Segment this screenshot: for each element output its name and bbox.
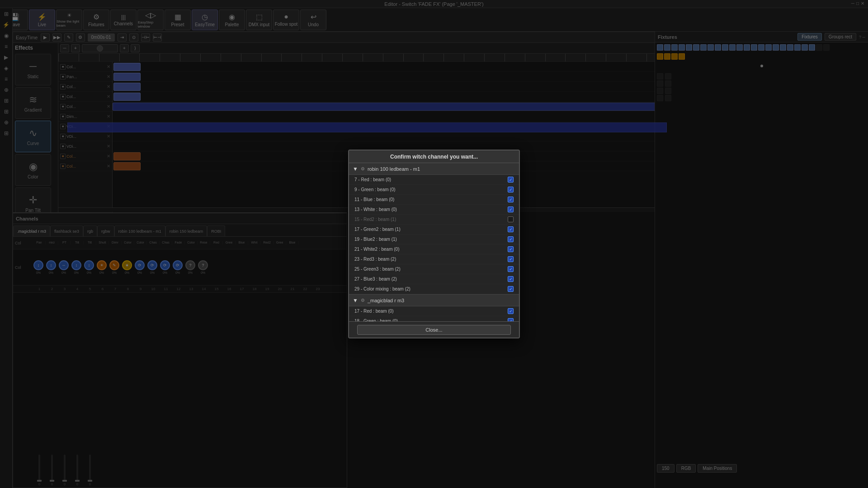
modal-item-b11: 11 - Blue : beam (0) ✓ (349, 195, 519, 205)
modal-section-robin100: ▼ ⚙ robin 100 ledbeam - m1 7 - Red : bea… (349, 163, 519, 295)
checkbox-r17[interactable]: ✓ (508, 308, 514, 314)
modal-item-r3-23: 23 - Red3 : beam (2) ✓ (349, 254, 519, 264)
modal-dialog: Confirm witch channel you want... ▼ ⚙ ro… (348, 150, 520, 338)
modal-overlay: Confirm witch channel you want... ▼ ⚙ ro… (0, 0, 868, 488)
modal-body: ▼ ⚙ robin 100 ledbeam - m1 7 - Red : bea… (349, 163, 519, 321)
modal-footer: Close... (349, 321, 519, 338)
modal-close-button[interactable]: Close... (357, 325, 511, 335)
modal-item-g9: 9 - Green : beam (0) ✓ (349, 185, 519, 195)
checkbox-w13[interactable]: ✓ (508, 206, 514, 212)
checkbox-b11[interactable]: ✓ (508, 197, 514, 202)
section2-fixture-icon: ⚙ (361, 298, 365, 303)
checkbox-g9[interactable]: ✓ (508, 187, 514, 192)
checkbox-cm-29[interactable]: ✓ (508, 286, 514, 292)
modal-section-robin100-header: ▼ ⚙ robin 100 ledbeam - m1 (349, 163, 519, 175)
modal-item-g2-17: 17 - Green2 : beam (1) ✓ (349, 225, 519, 235)
section-fixture-icon: ⚙ (361, 166, 365, 171)
checkbox-b3-27[interactable]: ✓ (508, 276, 514, 282)
checkbox-g3-25[interactable]: ✓ (508, 266, 514, 272)
checkbox-r3-23[interactable]: ✓ (508, 256, 514, 262)
checkbox-g2-17[interactable]: ✓ (508, 226, 514, 232)
modal-item-b3-27: 27 - Blue3 : beam (2) ✓ (349, 274, 519, 284)
checkbox-w2-21[interactable]: ✓ (508, 246, 514, 252)
checkbox-b2-19[interactable]: ✓ (508, 236, 514, 242)
modal-item-g3-25: 25 - Green3 : beam (2) ✓ (349, 264, 519, 274)
modal-item-cm-29: 29 - Color mixing : beam (2) ✓ (349, 284, 519, 294)
modal-section-magicblad-header: ▼ ⚙ _magicblad r m3 (349, 295, 519, 306)
modal-section-magicblad: ▼ ⚙ _magicblad r m3 17 - Red : beam (0) … (349, 295, 519, 321)
modal-item-w13: 13 - White : beam (0) ✓ (349, 205, 519, 215)
checkbox-r7[interactable]: ✓ (508, 177, 514, 183)
modal-title: Confirm witch channel you want... (349, 150, 519, 163)
modal-item-g18: 18 - Green : beam (0) ✓ (349, 316, 519, 321)
modal-item-w2-21: 21 - White2 : beam (0) ✓ (349, 244, 519, 254)
modal-item-r7: 7 - Red : beam (0) ✓ (349, 175, 519, 185)
section-collapse-icon[interactable]: ▼ (353, 166, 358, 172)
checkbox-r2-15[interactable]: ✓ (508, 216, 514, 222)
modal-item-b2-19: 19 - Blue2 : beam (1) ✓ (349, 235, 519, 244)
modal-item-r2-15: 15 - Red2 : beam (1) ✓ (349, 215, 519, 225)
checkbox-g18[interactable]: ✓ (508, 318, 514, 321)
section2-collapse-icon[interactable]: ▼ (353, 297, 358, 304)
modal-item-r17: 17 - Red : beam (0) ✓ (349, 306, 519, 316)
